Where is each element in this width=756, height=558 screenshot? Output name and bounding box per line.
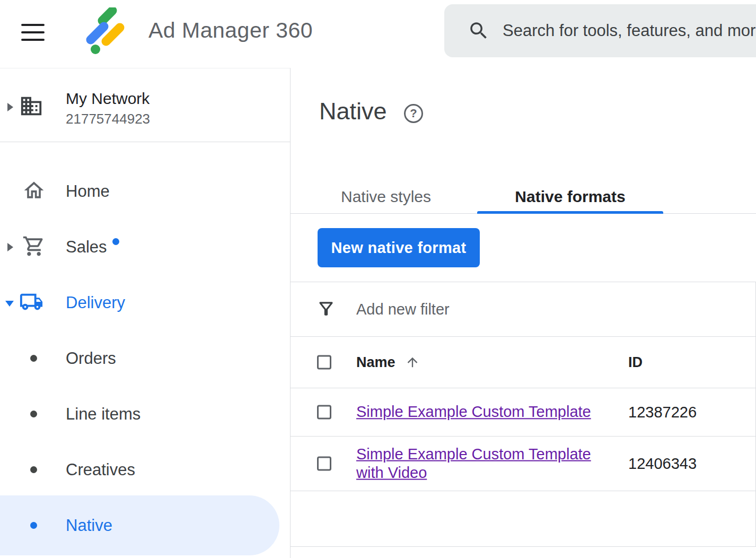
ad-manager-logo-icon xyxy=(77,7,128,58)
sidebar-item-label: Creatives xyxy=(66,460,135,479)
search-input[interactable] xyxy=(503,21,756,40)
sidebar-item-home[interactable]: Home xyxy=(0,163,290,219)
bullet-icon xyxy=(30,466,37,473)
sidebar-item-delivery[interactable]: Delivery xyxy=(0,275,290,330)
network-name: My Network xyxy=(66,90,150,108)
search-icon xyxy=(468,20,490,42)
sidebar: My Network 21775744923 Home Sales xyxy=(0,68,291,558)
sidebar-item-orders[interactable]: Orders xyxy=(0,330,290,386)
sales-notification-dot xyxy=(112,238,119,245)
filter-bar[interactable]: Add new filter xyxy=(291,282,755,337)
column-header-id[interactable]: ID xyxy=(628,354,643,371)
menu-bar xyxy=(21,31,45,33)
sidebar-item-native[interactable]: Native xyxy=(0,498,290,553)
sidebar-item-label: Home xyxy=(66,182,110,201)
native-format-id: 12406343 xyxy=(628,455,697,473)
main-content: Native ? Native styles Native formats Ne… xyxy=(291,68,756,558)
menu-bar xyxy=(21,39,45,41)
help-icon[interactable]: ? xyxy=(404,104,423,123)
native-formats-table: Add new filter Name ID Simple Example Cu… xyxy=(291,282,756,547)
sidebar-item-label: Sales xyxy=(66,238,107,257)
top-bar: Ad Manager 360 xyxy=(0,0,756,68)
native-format-id: 12387226 xyxy=(628,404,697,421)
sidebar-item-label: Delivery xyxy=(66,293,125,312)
row-checkbox[interactable] xyxy=(317,405,331,420)
menu-icon[interactable] xyxy=(21,24,46,41)
tab-native-formats[interactable]: Native formats xyxy=(477,180,663,213)
sidebar-nav: Home Sales Delivery Orders xyxy=(0,142,290,553)
select-all-checkbox[interactable] xyxy=(317,355,331,370)
menu-bar xyxy=(21,24,45,26)
collapse-delivery-icon[interactable] xyxy=(5,301,14,307)
column-header-name[interactable]: Name xyxy=(356,354,395,371)
new-native-format-button[interactable]: New native format xyxy=(318,228,480,267)
filter-funnel-icon xyxy=(316,299,336,319)
table-row: Simple Example Custom Template 12387226 xyxy=(291,388,755,437)
tab-native-styles[interactable]: Native styles xyxy=(312,180,460,213)
network-id: 21775744923 xyxy=(66,111,150,127)
table-empty-space xyxy=(291,491,755,546)
row-checkbox[interactable] xyxy=(317,457,331,471)
sidebar-item-label: Native xyxy=(66,516,112,535)
sidebar-item-creatives[interactable]: Creatives xyxy=(0,442,290,498)
app-title: Ad Manager 360 xyxy=(148,18,313,43)
sidebar-item-label: Line items xyxy=(66,405,140,424)
table-header-row: Name ID xyxy=(291,337,755,388)
expand-network-icon[interactable] xyxy=(7,103,13,111)
bullet-icon xyxy=(30,522,37,529)
search-bar[interactable] xyxy=(444,4,756,57)
expand-sales-icon[interactable] xyxy=(7,243,13,251)
page-title: Native xyxy=(319,98,387,125)
sidebar-item-label: Orders xyxy=(66,349,116,368)
bullet-icon xyxy=(30,355,37,362)
network-selector[interactable]: My Network 21775744923 xyxy=(0,68,290,142)
cart-icon xyxy=(22,234,46,258)
sidebar-item-line-items[interactable]: Line items xyxy=(0,386,290,442)
building-icon xyxy=(19,94,43,118)
home-icon xyxy=(22,179,46,202)
add-filter-label[interactable]: Add new filter xyxy=(356,301,450,318)
sort-ascending-icon[interactable] xyxy=(405,355,420,370)
truck-icon xyxy=(19,290,43,314)
native-format-link[interactable]: Simple Example Custom Template xyxy=(356,403,591,421)
bullet-icon xyxy=(30,411,37,417)
sidebar-item-sales[interactable]: Sales xyxy=(0,219,290,275)
table-row: Simple Example Custom Template with Vide… xyxy=(291,437,755,491)
native-format-link[interactable]: Simple Example Custom Template with Vide… xyxy=(356,445,610,483)
tab-bar: Native styles Native formats xyxy=(291,180,756,214)
